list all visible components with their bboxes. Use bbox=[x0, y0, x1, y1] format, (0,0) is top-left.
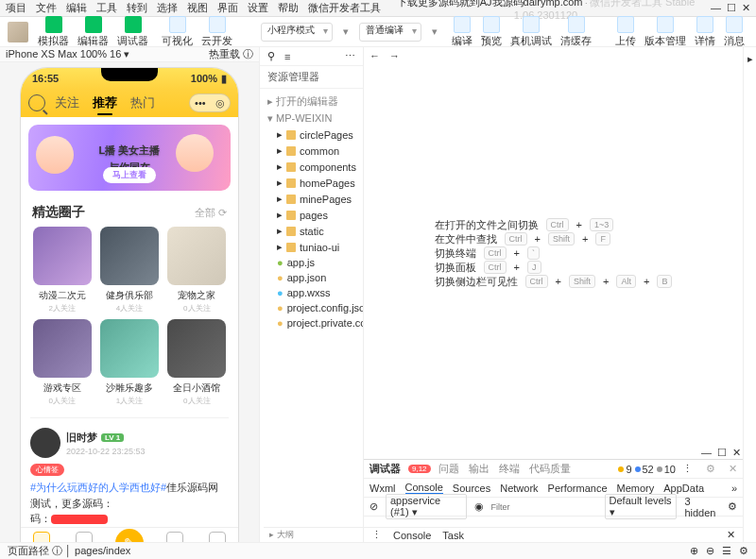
eye-icon[interactable]: ◉ bbox=[474, 500, 484, 513]
back-icon[interactable]: ← bbox=[369, 50, 380, 61]
clear-icon[interactable]: ⊘ bbox=[369, 500, 378, 513]
collapse-icon[interactable]: ▸ bbox=[747, 53, 753, 65]
menu-项目[interactable]: 项目 bbox=[6, 1, 26, 15]
toolbar-btn-详情[interactable]: 详情 bbox=[691, 14, 719, 50]
app-tab-热门[interactable]: 热门 bbox=[130, 94, 155, 111]
expand-icon[interactable]: ⋮ bbox=[371, 529, 382, 541]
window-btn[interactable]: ✕ bbox=[742, 2, 750, 14]
status-icon[interactable]: ⊕ bbox=[690, 545, 698, 557]
forward-icon[interactable]: → bbox=[389, 50, 400, 61]
tree-node-app.json[interactable]: ●app.json bbox=[260, 270, 363, 285]
devtools-sub-Sources[interactable]: Sources bbox=[453, 483, 490, 494]
status-icon[interactable]: ⊖ bbox=[706, 545, 714, 557]
toolbar-btn-可视化[interactable]: 可视化 bbox=[158, 14, 197, 50]
tree-node-common[interactable]: ▸common bbox=[260, 143, 363, 159]
toolbar-btn-调试器[interactable]: 调试器 bbox=[113, 14, 152, 50]
toolbar-btn-编译[interactable]: 编译 bbox=[448, 14, 476, 50]
devtools-tab-代码质量[interactable]: 代码质量 bbox=[529, 462, 571, 476]
tree-node-components[interactable]: ▸components bbox=[260, 159, 363, 175]
tree-node-static[interactable]: ▸static bbox=[260, 223, 363, 239]
toolbar-btn-云开发[interactable]: 云开发 bbox=[198, 14, 236, 50]
menu-帮助[interactable]: 帮助 bbox=[278, 1, 299, 15]
close-icon[interactable]: ✕ bbox=[732, 447, 741, 459]
devtools-sub-Wxml[interactable]: Wxml bbox=[369, 483, 396, 494]
tree-node-app.js[interactable]: ●app.js bbox=[260, 255, 363, 270]
circle-card[interactable]: 沙雕乐趣多1人关注 bbox=[97, 319, 161, 406]
status-icon[interactable]: ⚙ bbox=[739, 545, 748, 557]
user-avatar[interactable] bbox=[8, 22, 28, 42]
search-icon[interactable] bbox=[28, 94, 45, 111]
devtools-tab-终端[interactable]: 终端 bbox=[499, 462, 520, 476]
view-all-link[interactable]: 全部 ⟳ bbox=[195, 206, 227, 220]
status-stat[interactable]: 52 bbox=[635, 464, 654, 475]
close-icon[interactable]: ✕ bbox=[727, 529, 735, 541]
window-btn[interactable]: — bbox=[711, 2, 721, 14]
app-tab-关注[interactable]: 关注 bbox=[55, 94, 79, 111]
outline-section[interactable]: ▸ 大纲 bbox=[264, 527, 364, 542]
circle-card[interactable]: 游戏专区0人关注 bbox=[30, 319, 94, 406]
open-editors-section[interactable]: ▸ 打开的编辑器 bbox=[260, 93, 363, 110]
devtools-sub-Performance[interactable]: Performance bbox=[548, 483, 608, 494]
menu-icon[interactable]: ••• bbox=[195, 97, 206, 109]
tree-node-homePages[interactable]: ▸homePages bbox=[260, 175, 363, 191]
hot-reload[interactable]: 热重载 ⓘ bbox=[209, 47, 253, 61]
menu-微信开发者工具[interactable]: 微信开发者工具 bbox=[308, 1, 381, 15]
post-hashtag[interactable]: #为什么玩西好的人学西也好# bbox=[30, 482, 166, 493]
close-icon[interactable]: ✕ bbox=[729, 463, 737, 475]
minimize-icon[interactable]: — bbox=[701, 447, 712, 459]
toolbar-btn-模拟器[interactable]: 模拟器 bbox=[34, 14, 73, 50]
compile-select[interactable]: 普通编译 bbox=[359, 23, 421, 42]
hero-banner[interactable]: L播 美女主播与你同在 马上查看 bbox=[28, 125, 231, 191]
maximize-icon[interactable]: ☐ bbox=[717, 447, 727, 459]
filter-input[interactable] bbox=[491, 502, 597, 512]
more-icon[interactable]: ⋯ bbox=[345, 50, 355, 62]
circle-card[interactable]: 动漫二次元2人关注 bbox=[30, 227, 94, 313]
devtools-sub-Network[interactable]: Network bbox=[500, 483, 538, 494]
footer-task-tab[interactable]: Task bbox=[442, 530, 464, 541]
status-stat[interactable]: 9 bbox=[618, 464, 631, 475]
menu-设置[interactable]: 设置 bbox=[248, 1, 268, 15]
devtools-tab-问题[interactable]: 问题 bbox=[438, 462, 459, 476]
circle-card[interactable]: 宠物之家0人关注 bbox=[165, 227, 229, 313]
circle-card[interactable]: 健身俱乐部4人关注 bbox=[97, 227, 161, 313]
banner-cta[interactable]: 马上查看 bbox=[103, 167, 156, 183]
close-icon[interactable]: ◎ bbox=[215, 97, 225, 110]
devtools-sub-AppData[interactable]: AppData bbox=[663, 483, 704, 494]
settings-icon[interactable]: ⚙ bbox=[706, 463, 715, 475]
tree-node-app.wxss[interactable]: ●app.wxss bbox=[260, 285, 363, 300]
debugger-tab[interactable]: 调试器 bbox=[369, 462, 401, 476]
toolbar-btn-版本管理[interactable]: 版本管理 bbox=[641, 14, 690, 50]
dropdown-icon[interactable]: ▾ bbox=[427, 25, 442, 40]
settings-icon[interactable]: ⚙ bbox=[728, 500, 737, 513]
post-tag[interactable]: 心情签 bbox=[30, 464, 64, 476]
feed-post[interactable]: 旧时梦LV 1 2022-10-22 23:25:53 心情签 #为什么玩西好的… bbox=[30, 417, 229, 527]
device-select[interactable]: iPhone XS Max 100% 16 ▾ bbox=[6, 48, 129, 60]
page-path[interactable]: 页面路径 ⓘ │ pages/index bbox=[8, 544, 130, 558]
post-avatar[interactable] bbox=[30, 428, 60, 458]
status-icon[interactable]: ☰ bbox=[722, 545, 731, 557]
tree-node-minePages[interactable]: ▸minePages bbox=[260, 191, 363, 207]
tree-node-circlePages[interactable]: ▸circlePages bbox=[260, 127, 363, 143]
project-root[interactable]: ▾ MP-WEIXIN bbox=[260, 110, 363, 127]
toolbar-btn-上传[interactable]: 上传 bbox=[611, 14, 640, 50]
context-select[interactable]: appservice (#1) ▾ bbox=[386, 494, 467, 519]
devtools-sub-Console[interactable]: Console bbox=[405, 482, 443, 495]
devtools-sub-Memory[interactable]: Memory bbox=[617, 483, 655, 494]
dropdown-icon[interactable]: ▾ bbox=[338, 25, 353, 40]
capsule-button[interactable]: ••• ◎ bbox=[189, 93, 231, 112]
circle-card[interactable]: 全日小酒馆0人关注 bbox=[165, 319, 229, 406]
toolbar-btn-消息[interactable]: 消息 bbox=[720, 14, 748, 50]
window-btn[interactable]: ☐ bbox=[727, 2, 736, 14]
console-body[interactable] bbox=[364, 517, 743, 527]
toggle-icon[interactable]: ≡ bbox=[284, 51, 290, 62]
toolbar-btn-清缓存[interactable]: 清缓存 bbox=[557, 14, 595, 50]
status-stat[interactable]: 10 bbox=[657, 464, 676, 475]
devtools-tab-输出[interactable]: 输出 bbox=[469, 462, 490, 476]
hidden-count[interactable]: 3 hidden bbox=[684, 496, 720, 518]
toolbar-btn-编辑器[interactable]: 编辑器 bbox=[74, 14, 112, 50]
mode-select[interactable]: 小程序模式 bbox=[261, 23, 333, 42]
toolbar-btn-真机调试[interactable]: 真机调试 bbox=[507, 14, 556, 50]
levels-select[interactable]: Default levels ▾ bbox=[605, 494, 678, 519]
tree-node-project.private.config.js...[interactable]: ●project.private.config.js... bbox=[260, 315, 363, 330]
footer-console-tab[interactable]: Console bbox=[393, 530, 431, 541]
